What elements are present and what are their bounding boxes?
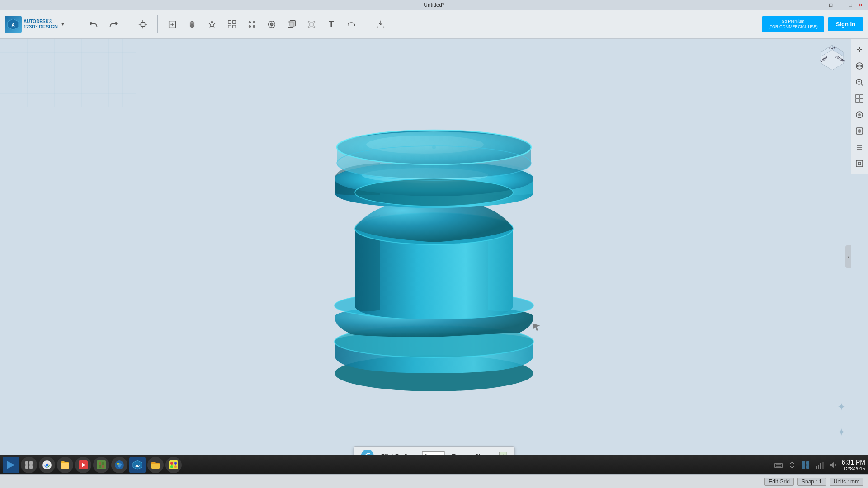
svg-rect-77 [29,465,33,469]
minimize-btn[interactable]: ─ [836,1,844,9]
titlebar: Untitled* ⊟ ─ □ ✕ [0,0,868,10]
redo-icon [108,19,118,29]
go-premium-button[interactable]: Go Premium (FOR COMMERCIAL USE) [762,16,824,32]
svg-rect-106 [820,463,821,469]
object-snap-button[interactable] [852,156,867,171]
3d-model-svg [307,75,561,391]
logo-text: AUTODESK® 123D° DESIGN [24,19,58,29]
units-button[interactable]: Units : mm [830,478,863,486]
boolean-button[interactable] [283,16,300,33]
restore-btn[interactable]: ⊟ [826,1,835,9]
autodesk-logo-svg: A [7,18,19,31]
toolbar-divider-2 [128,15,128,33]
task-view-button[interactable] [21,457,37,473]
fit-all-button[interactable] [852,91,867,106]
arrow-icon [788,460,797,469]
folder-icon [150,460,161,470]
svg-rect-71 [856,160,863,167]
paint-button[interactable] [165,457,182,473]
123design-icon: 3D [132,460,142,470]
import-button[interactable] [373,16,389,33]
clock-time: 6:31 PM [842,459,865,466]
snap-rt-icon [855,159,864,168]
layers-button[interactable] [852,140,867,155]
svg-rect-72 [858,162,861,165]
svg-rect-63 [860,99,863,102]
minecraft-button[interactable] [93,457,109,473]
svg-rect-26 [290,20,295,26]
chrome-button[interactable] [39,457,55,473]
redo-button[interactable] [105,16,122,33]
svg-rect-102 [802,465,805,469]
svg-rect-60 [856,95,859,98]
import-icon [376,19,386,29]
text-button[interactable]: T [323,16,340,33]
svg-point-93 [170,462,173,465]
svg-rect-103 [806,465,809,469]
start-icon [6,460,16,470]
123design-button[interactable]: 3D [129,457,146,473]
right-toolbar: ✛ [851,39,868,174]
svg-rect-15 [228,25,231,28]
group-button[interactable] [303,16,320,33]
window-title: Untitled* [424,2,444,8]
primitives-button[interactable] [184,16,200,33]
svg-point-89 [117,463,119,465]
close-btn[interactable]: ✕ [856,1,864,9]
task-view-icon [24,460,33,469]
clock-date: 12/8/2015 [842,466,865,471]
view-cube[interactable]: TOP FRONT LEFT [816,43,848,75]
paint-icon [168,460,179,470]
side-panel-toggle[interactable]: › [845,245,851,268]
undo-button[interactable] [85,16,102,33]
modify-button[interactable] [224,16,240,33]
folder-button[interactable] [147,457,164,473]
premium-main-label: Go Premium [768,19,817,24]
view-home-button[interactable] [852,108,867,122]
maximize-btn[interactable]: □ [846,1,854,9]
snap-button[interactable] [264,16,280,33]
snap-icon [267,19,277,29]
svg-rect-105 [818,465,819,469]
view-cube-svg: TOP FRONT LEFT [816,43,848,75]
svg-rect-84 [99,462,101,465]
svg-rect-87 [102,465,104,468]
watermark-icons: ✦ ✦ [837,401,845,438]
bird-button[interactable] [111,457,127,473]
canvas-area: Fillet Radius: Tangent Chain: ✓ ✦ ✦ › [0,39,868,474]
transform-icon [138,19,148,29]
premium-area: Go Premium (FOR COMMERCIAL USE) Sign In [762,16,863,32]
render-mode-button[interactable] [852,124,867,138]
toolbar-divider-1 [79,15,79,33]
sign-in-button[interactable]: Sign In [828,17,863,31]
start-button[interactable] [3,457,19,473]
measure-button[interactable] [343,16,359,33]
logo-dropdown[interactable]: ▼ [61,22,65,27]
logo-icon: A [5,16,22,33]
pan-button[interactable]: ✛ [852,42,867,57]
bird-icon [114,460,125,470]
fit-all-icon [855,94,864,103]
transform-button[interactable] [135,16,151,33]
explorer-button[interactable] [57,457,73,473]
svg-point-94 [174,462,177,465]
smart-shape-button[interactable] [204,16,220,33]
volume-icon [828,460,837,469]
sketch-button[interactable] [164,16,180,33]
svg-rect-2 [141,22,145,26]
media-button[interactable] [75,457,91,473]
svg-text:3D: 3D [135,464,140,468]
layers-icon [855,143,864,152]
orbit-button[interactable] [852,59,867,73]
snap-button-status[interactable]: Snap : 1 [797,478,826,486]
svg-point-96 [174,465,177,468]
svg-rect-83 [97,460,106,469]
svg-rect-85 [102,462,104,465]
window-controls[interactable]: ⊟ ─ □ ✕ [826,0,864,10]
modify-icon [227,19,237,29]
svg-point-65 [858,113,861,116]
pattern-button[interactable] [244,16,260,33]
zoom-button[interactable] [852,75,867,89]
edit-grid-button[interactable]: Edit Grid [764,478,794,486]
minecraft-icon [96,460,107,470]
